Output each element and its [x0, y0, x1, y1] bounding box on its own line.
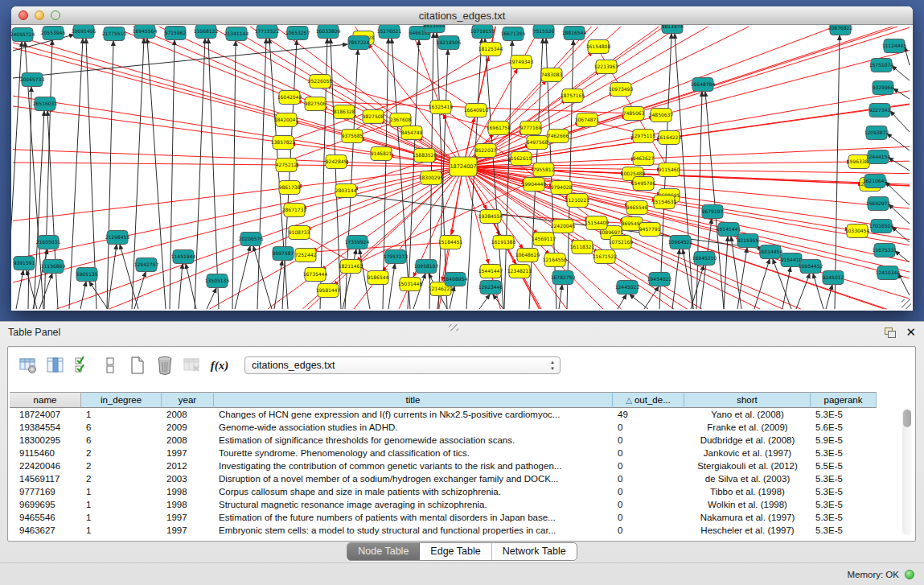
graph-node[interactable]: 14569117 [532, 233, 556, 246]
graph-node[interactable]: 19749343 [509, 56, 534, 69]
graph-node[interactable]: 11068122 [194, 25, 219, 39]
graph-node[interactable]: 11156869 [41, 260, 66, 274]
graph-node[interactable]: 12093872 [864, 126, 889, 140]
graph-node[interactable]: 14850637 [649, 109, 674, 122]
graph-node[interactable]: 9457791 [639, 223, 661, 237]
graph-node[interactable]: 12445022 [615, 281, 640, 295]
graph-node[interactable]: 17715522 [255, 25, 280, 39]
graph-node[interactable]: 18300295 [419, 171, 444, 185]
graph-node[interactable]: 7462666 [548, 130, 569, 143]
graph-node[interactable]: 16735444 [303, 268, 328, 282]
graph-node[interactable]: 5905135 [76, 268, 98, 282]
graph-node[interactable]: 18211463 [339, 260, 363, 274]
graph-node[interactable]: 7857224 [348, 36, 370, 50]
float-panel-icon[interactable] [885, 328, 896, 338]
graph-node[interactable]: 15031446 [398, 278, 423, 291]
graph-node[interactable]: 15441447 [478, 265, 503, 278]
graph-node[interactable]: 7485063 [623, 107, 645, 121]
graph-node[interactable]: 8522037 [475, 144, 497, 158]
graph-node[interactable]: 7955812 [533, 163, 555, 177]
column-header-in_degree[interactable]: in_degree [81, 392, 162, 408]
graph-node[interactable]: 8813974 [662, 25, 684, 34]
show-columns-icon[interactable] [43, 353, 68, 377]
graph-node[interactable]: 8186328 [334, 105, 355, 119]
pane-divider-grip-icon[interactable] [449, 324, 458, 331]
graph-node[interactable]: 9794028 [551, 181, 573, 195]
column-header-pagerank[interactable]: pagerank [811, 392, 877, 408]
graph-node[interactable]: 21605031 [36, 236, 61, 249]
graph-node[interactable]: 11210221 [565, 194, 590, 208]
resize-grip-icon[interactable] [901, 299, 911, 309]
graph-node[interactable]: 15276021 [377, 25, 402, 39]
graph-node[interactable]: 6497568 [527, 136, 548, 150]
graph-node[interactable]: 2367608 [390, 113, 412, 127]
tab-network-table[interactable]: Network Table [492, 543, 577, 560]
graph-node[interactable]: 12942757 [134, 258, 159, 272]
graph-node[interactable]: 11451944 [171, 250, 196, 264]
graph-node[interactable]: 18816544 [562, 27, 587, 40]
graph-node[interactable]: 16033809 [316, 25, 341, 39]
graph-node[interactable]: 10964522 [668, 236, 693, 249]
graph-node[interactable]: 15751074 [869, 59, 894, 72]
network-view[interactable]: 2522605598275068186328982750823676089375… [11, 25, 913, 311]
graph-node[interactable]: 18125344 [478, 43, 503, 56]
table-selector-dropdown[interactable]: citations_edges.txt ▲▼ [244, 356, 561, 374]
graph-node[interactable]: 20876822 [828, 25, 853, 35]
graph-node[interactable]: 12410344 [876, 266, 901, 280]
table-row[interactable]: 1938455462009Genome-wide association stu… [10, 421, 914, 434]
graph-node[interactable]: 9861738 [279, 181, 301, 195]
graph-node[interactable]: 16118321 [570, 241, 595, 254]
column-header-title[interactable]: title [214, 392, 613, 408]
graph-node[interactable]: 20206576 [239, 233, 264, 246]
table-settings-icon[interactable] [16, 353, 40, 377]
column-header-out_de[interactable]: △out_de... [613, 392, 684, 408]
graph-node[interactable]: 9777169 [520, 122, 542, 135]
graph-node[interactable]: 9186544 [368, 271, 389, 285]
graph-node[interactable]: 9108733 [289, 226, 310, 240]
graph-node[interactable]: 11671522 [593, 250, 618, 264]
graph-node[interactable]: 21341144 [224, 27, 249, 41]
table-row[interactable]: 1872400712008Changes of HCN gene express… [10, 408, 914, 421]
graph-node[interactable]: 20065733 [20, 73, 45, 87]
close-panel-icon[interactable]: ✕ [906, 327, 916, 338]
graph-node[interactable]: 16154808 [586, 40, 611, 54]
column-header-year[interactable]: year [162, 392, 214, 408]
graph-node[interactable]: 21775510 [102, 27, 127, 41]
graph-node[interactable]: 19904448 [522, 178, 547, 192]
graph-node[interactable]: 15154631 [652, 196, 677, 209]
graph-node[interactable]: 10653257 [285, 27, 310, 40]
graph-node[interactable]: 8813054 [424, 25, 446, 33]
graph-node[interactable]: 25226055 [308, 75, 333, 89]
graph-node[interactable]: 18420041 [274, 113, 299, 127]
column-header-short[interactable]: short [684, 392, 811, 408]
table-row[interactable]: 1830029562008Estimation of significance … [10, 434, 914, 447]
graph-node[interactable]: 10719155 [470, 25, 495, 39]
table-row[interactable]: 911546021997Tourette syndrome. Phenomeno… [10, 447, 914, 459]
graph-node[interactable]: 24055724 [11, 28, 35, 42]
graph-node[interactable]: 17359924 [345, 236, 370, 249]
table-row[interactable]: 946554611997Estimation of the future num… [10, 511, 914, 524]
graph-node[interactable]: 10954452 [799, 260, 823, 274]
graph-node[interactable]: 19581447 [316, 284, 341, 298]
graph-node[interactable]: 22420046 [551, 220, 576, 233]
column-header-name[interactable]: name [10, 392, 81, 408]
graph-node[interactable]: 9146821 [371, 147, 392, 161]
graph-node[interactable]: 11675331 [873, 244, 897, 257]
tab-edge-table[interactable]: Edge Table [420, 543, 491, 560]
graph-node[interactable]: 10674871 [575, 113, 600, 127]
graph-node[interactable]: 12164556 [543, 253, 568, 267]
graph-node[interactable]: 16671355 [501, 27, 526, 41]
table-scrollbar[interactable] [902, 408, 912, 535]
graph-node[interactable]: 16042048 [277, 91, 302, 105]
graph-node[interactable]: 12975115 [631, 130, 656, 143]
graph-node[interactable]: 18757165 [561, 89, 585, 103]
graph-node[interactable]: 16648784 [691, 78, 716, 92]
table-row[interactable]: 2242004622012Investigating the contribut… [10, 459, 914, 472]
graph-node[interactable]: 7252442 [295, 249, 317, 262]
graph-node[interactable]: 16945210 [692, 252, 717, 266]
graph-node[interactable]: 2803144 [335, 184, 357, 198]
graph-node[interactable]: 10648629 [515, 249, 540, 262]
graph-node[interactable]: 30691406 [72, 25, 97, 39]
table-header-row[interactable]: namein_degreeyeartitle△out_de...shortpag… [10, 392, 914, 408]
graph-node[interactable]: 16945564 [133, 25, 158, 39]
